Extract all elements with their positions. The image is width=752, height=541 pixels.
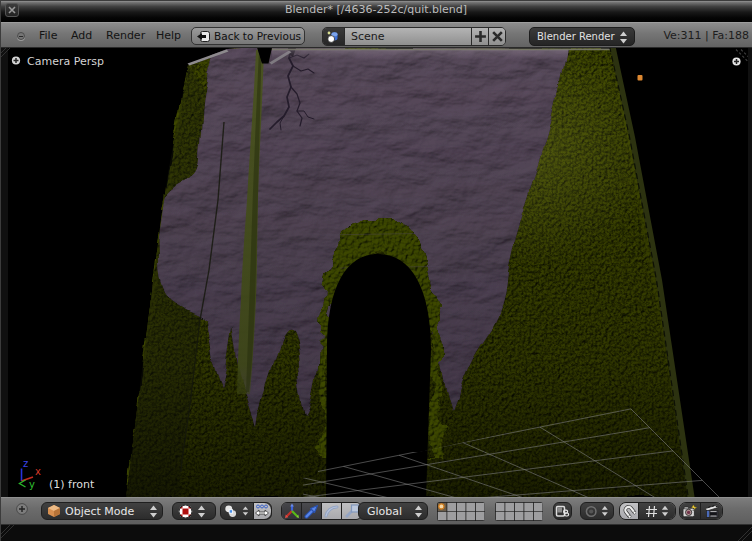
manipulator-axes-icon [284, 503, 300, 519]
menu-render[interactable]: Render [106, 23, 145, 48]
window-title: Blender* [/4636-252c/quit.blend] [0, 0, 752, 20]
scene-selector: Scene [322, 27, 506, 46]
axis-y-label: y [29, 479, 35, 490]
frame-view-label: (1) front [49, 478, 95, 491]
layer-block-2 [495, 502, 543, 521]
corner-grip-icon[interactable] [736, 525, 752, 541]
updown-arrows-icon [601, 505, 609, 517]
layer-cell[interactable] [534, 503, 543, 511]
viewport-3d[interactable]: Camera Persp z x y (1) front [8, 48, 748, 497]
collapse-menus-icon[interactable] [17, 32, 25, 40]
magnet-icon [622, 504, 636, 518]
object-origin-dot [638, 75, 643, 81]
scene-stats: Ve:311 | Fa:188 [663, 23, 749, 48]
layer-block-1 [437, 502, 485, 521]
back-to-previous-label: Back to Previous [214, 30, 301, 42]
axis-z-label: z [23, 458, 28, 469]
proportional-circle-icon [585, 505, 597, 518]
snap-toggle[interactable] [620, 503, 638, 519]
render-still-button[interactable] [680, 503, 700, 519]
info-header: File Add Render Help Back to Previous Sc… [0, 22, 752, 48]
plus-icon [474, 30, 487, 43]
updown-arrows-icon [197, 505, 206, 518]
view-name-label: Camera Persp [27, 55, 104, 68]
manipulate-centers-toggle[interactable] [253, 503, 271, 519]
object-mode-cube-icon [47, 504, 61, 518]
rotate-arc-icon [324, 503, 340, 519]
snap-increment-icon [645, 505, 658, 518]
add-scene-button[interactable] [471, 28, 488, 45]
manipulator-translate-toggle[interactable] [301, 503, 321, 519]
layer-cell[interactable] [496, 503, 505, 511]
render-animation-button[interactable] [700, 503, 722, 519]
snap-group [619, 502, 676, 520]
scene-name-field[interactable]: Scene [344, 28, 471, 45]
back-icon [196, 30, 211, 43]
corner-grip-icon[interactable] [0, 48, 16, 64]
layer-cell[interactable] [524, 503, 533, 511]
layer-object-dot [439, 504, 444, 509]
layer-cell[interactable] [466, 512, 475, 520]
menu-add[interactable]: Add [71, 23, 92, 48]
show-properties-icon[interactable] [732, 57, 740, 65]
unlink-icon [491, 30, 504, 43]
mode-select[interactable]: Object Mode [41, 502, 163, 520]
updown-arrows-icon [414, 505, 423, 518]
updown-arrows-icon [661, 505, 669, 517]
shading-sphere-icon [178, 504, 193, 519]
render-engine-label: Blender Render [537, 31, 615, 42]
manipulator-rotate-toggle[interactable] [321, 503, 341, 519]
layer-cell[interactable] [505, 512, 514, 520]
layer-cell[interactable] [466, 503, 475, 511]
clapperboard-icon [704, 504, 720, 519]
snap-element-select[interactable] [638, 503, 675, 519]
lock-scene-icon [555, 504, 570, 519]
render-group [679, 502, 723, 520]
layer-cell[interactable] [438, 512, 447, 520]
proportional-edit-select[interactable] [580, 502, 614, 520]
layer-cell[interactable] [515, 512, 524, 520]
menu-help[interactable]: Help [156, 23, 181, 48]
mode-select-label: Object Mode [65, 505, 145, 518]
layer-cell[interactable] [496, 512, 505, 520]
lock-to-scene-toggle[interactable] [553, 502, 572, 520]
orientation-label: Global [359, 505, 410, 518]
layer-cell[interactable] [447, 512, 456, 520]
layer-cell[interactable] [524, 512, 533, 520]
blender-window: Blender* [/4636-252c/quit.blend] File Ad… [0, 0, 752, 541]
manipulator-toggle[interactable] [282, 503, 301, 519]
camera-icon [682, 504, 698, 519]
updown-arrows-icon [619, 31, 628, 44]
translate-arrow-icon [304, 503, 320, 519]
view3d-header: Object Mode [0, 497, 752, 525]
back-to-previous-button[interactable]: Back to Previous [191, 27, 305, 45]
layer-cell[interactable] [457, 503, 466, 511]
viewport-shading-select[interactable] [172, 502, 216, 520]
scene-icon [326, 30, 341, 44]
corner-grip-icon[interactable] [0, 525, 16, 541]
centers-arrows-icon [254, 504, 270, 518]
manipulator-group [281, 502, 362, 520]
viewport-scene: Camera Persp z x y (1) front [8, 48, 748, 497]
layer-cell[interactable] [505, 503, 514, 511]
pivot-median-icon[interactable] [224, 503, 238, 519]
unlink-scene-button[interactable] [488, 28, 505, 45]
pivot-group [220, 502, 272, 520]
title-bar: Blender* [/4636-252c/quit.blend] [0, 0, 752, 23]
layer-cell[interactable] [476, 503, 485, 511]
layer-cell[interactable] [457, 512, 466, 520]
layer-cell[interactable] [476, 512, 485, 520]
layer-cell[interactable] [515, 503, 524, 511]
add-region-icon[interactable] [16, 503, 28, 515]
updown-arrows-icon [242, 505, 249, 517]
axis-x-label: x [35, 466, 41, 477]
updown-arrows-icon [149, 505, 158, 518]
scene-browse-button[interactable] [323, 28, 344, 45]
layer-cell[interactable] [534, 512, 543, 520]
window-bottom-edge [0, 525, 752, 541]
render-engine-select[interactable]: Blender Render [529, 27, 635, 46]
menu-file[interactable]: File [39, 23, 57, 48]
layer-cell[interactable] [447, 503, 456, 511]
orientation-select[interactable]: Global [358, 502, 428, 520]
